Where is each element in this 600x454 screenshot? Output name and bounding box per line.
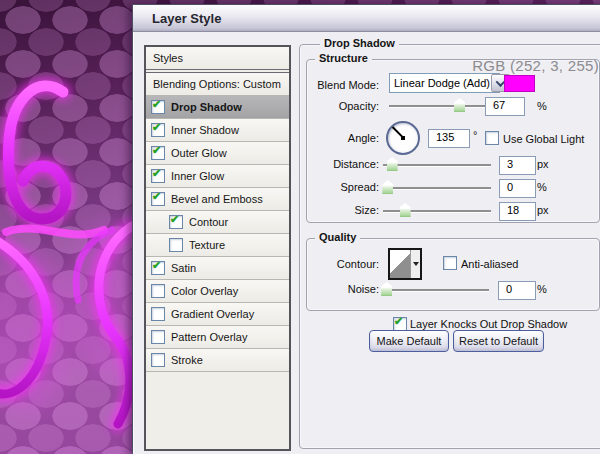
knockout-checkbox[interactable] bbox=[393, 317, 407, 331]
style-item-gradient-overlay[interactable]: Gradient Overlay bbox=[146, 303, 289, 326]
style-item-pattern-overlay[interactable]: Pattern Overlay bbox=[146, 326, 289, 349]
blend-mode-value: Linear Dodge (Add) bbox=[390, 77, 490, 89]
style-label: Satin bbox=[171, 262, 196, 274]
dialog-titlebar[interactable]: Layer Style bbox=[133, 5, 600, 32]
styles-panel: Styles Blending Options: Custom Drop Sha… bbox=[144, 45, 291, 451]
rgb-annotation: RGB (252, 3, 255) bbox=[433, 57, 599, 74]
spread-input[interactable]: 0 bbox=[499, 179, 536, 198]
noise-slider[interactable] bbox=[383, 289, 489, 292]
size-label: Size: bbox=[273, 204, 379, 216]
style-item-inner-glow[interactable]: Inner Glow bbox=[146, 165, 289, 188]
style-checkbox[interactable] bbox=[151, 261, 165, 275]
style-item-color-overlay[interactable]: Color Overlay bbox=[146, 280, 289, 303]
quality-group-title: Quality bbox=[315, 231, 360, 243]
style-checkbox[interactable] bbox=[151, 353, 165, 367]
style-checkbox[interactable] bbox=[169, 215, 183, 229]
style-checkbox[interactable] bbox=[151, 146, 165, 160]
style-label: Stroke bbox=[171, 354, 203, 366]
opacity-label: Opacity: bbox=[273, 100, 379, 112]
anti-aliased-label: Anti-aliased bbox=[461, 258, 518, 270]
style-label: Drop Shadow bbox=[171, 101, 242, 113]
styles-header[interactable]: Styles bbox=[146, 47, 289, 70]
use-global-light-checkbox[interactable] bbox=[485, 131, 499, 145]
style-label: Pattern Overlay bbox=[171, 331, 247, 343]
style-item-drop-shadow[interactable]: Drop Shadow bbox=[146, 96, 289, 119]
dialog-title: Layer Style bbox=[133, 5, 600, 26]
style-label: Color Overlay bbox=[171, 285, 238, 297]
angle-unit: ° bbox=[473, 129, 477, 141]
size-slider[interactable] bbox=[383, 210, 491, 213]
spread-slider[interactable] bbox=[383, 187, 491, 190]
style-checkbox[interactable] bbox=[151, 100, 165, 114]
style-checkbox[interactable] bbox=[151, 123, 165, 137]
contour-thumbnail bbox=[390, 250, 410, 278]
structure-group-title: Structure bbox=[315, 52, 372, 64]
blend-mode-select[interactable]: Linear Dodge (Add) bbox=[389, 73, 500, 93]
distance-unit: px bbox=[537, 158, 549, 170]
opacity-slider[interactable] bbox=[389, 105, 489, 108]
knockout-label: Layer Knocks Out Drop Shadow bbox=[410, 318, 567, 330]
styles-items: Drop ShadowInner ShadowOuter GlowInner G… bbox=[146, 96, 289, 372]
distance-slider[interactable] bbox=[383, 164, 491, 167]
screenshot-stage: Layer Style Styles Blending Options: Cus… bbox=[0, 0, 600, 454]
style-checkbox[interactable] bbox=[151, 284, 165, 298]
style-item-outer-glow[interactable]: Outer Glow bbox=[146, 142, 289, 165]
angle-dial-center bbox=[401, 136, 405, 140]
style-item-stroke[interactable]: Stroke bbox=[146, 349, 289, 372]
reset-to-default-button[interactable]: Reset to Default bbox=[453, 330, 544, 352]
size-input[interactable]: 18 bbox=[499, 202, 536, 221]
style-checkbox[interactable] bbox=[169, 238, 183, 252]
style-label: Inner Glow bbox=[171, 170, 224, 182]
anti-aliased-checkbox[interactable] bbox=[443, 256, 457, 270]
distance-input[interactable]: 3 bbox=[499, 156, 536, 175]
style-label: Outer Glow bbox=[171, 147, 227, 159]
style-label: Contour bbox=[189, 216, 228, 228]
noise-input[interactable]: 0 bbox=[498, 281, 536, 300]
quality-group: Quality bbox=[306, 238, 600, 311]
style-checkbox[interactable] bbox=[151, 169, 165, 183]
style-item-bevel-and-emboss[interactable]: Bevel and Emboss bbox=[146, 188, 289, 211]
spread-label: Spread: bbox=[273, 181, 379, 193]
style-label: Texture bbox=[189, 239, 225, 251]
contour-arrow-icon[interactable] bbox=[410, 250, 420, 278]
layer-style-dialog: Layer Style Styles Blending Options: Cus… bbox=[132, 4, 600, 454]
glossy-swirl-graphic bbox=[0, 0, 140, 454]
drop-shadow-group-title: Drop Shadow bbox=[320, 37, 399, 49]
style-item-satin[interactable]: Satin bbox=[146, 257, 289, 280]
size-unit: px bbox=[537, 204, 549, 216]
contour-label: Contour: bbox=[273, 258, 379, 270]
opacity-input[interactable]: 67 bbox=[485, 97, 525, 116]
style-checkbox[interactable] bbox=[151, 192, 165, 206]
style-label: Inner Shadow bbox=[171, 124, 239, 136]
blending-options-row[interactable]: Blending Options: Custom bbox=[146, 73, 289, 96]
spread-unit: % bbox=[537, 181, 547, 193]
style-item-inner-shadow[interactable]: Inner Shadow bbox=[146, 119, 289, 142]
angle-input[interactable]: 135 bbox=[428, 129, 470, 148]
opacity-unit: % bbox=[537, 100, 547, 112]
shadow-color-swatch[interactable] bbox=[504, 75, 535, 92]
distance-label: Distance: bbox=[273, 158, 379, 170]
use-global-light-label: Use Global Light bbox=[503, 133, 584, 145]
noise-label: Noise: bbox=[273, 283, 379, 295]
angle-label: Angle: bbox=[273, 132, 379, 144]
style-checkbox[interactable] bbox=[151, 330, 165, 344]
style-item-contour[interactable]: Contour bbox=[146, 211, 289, 234]
style-item-texture[interactable]: Texture bbox=[146, 234, 289, 257]
noise-unit: % bbox=[537, 283, 547, 295]
contour-picker[interactable] bbox=[388, 248, 422, 280]
style-checkbox[interactable] bbox=[151, 307, 165, 321]
make-default-button[interactable]: Make Default bbox=[369, 330, 449, 352]
style-label: Bevel and Emboss bbox=[171, 193, 263, 205]
blend-mode-label: Blend Mode: bbox=[273, 79, 379, 91]
style-label: Gradient Overlay bbox=[171, 308, 254, 320]
